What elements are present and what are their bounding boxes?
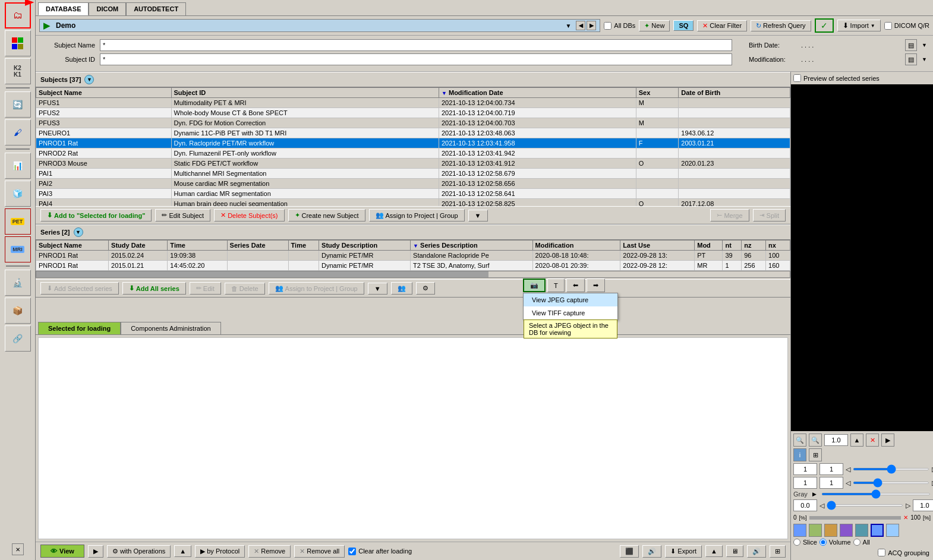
series-edit-btn[interactable]: ✏ Edit (190, 282, 221, 295)
preview-checkbox[interactable] (793, 74, 801, 82)
tab-selected-loading[interactable]: Selected for loading (38, 322, 121, 334)
series-icons-btn[interactable]: 👥 (391, 282, 412, 295)
nav-next[interactable]: ▶ (587, 21, 596, 30)
speaker-icon-btn[interactable]: 🔊 (747, 545, 766, 558)
scol-study-date[interactable]: Study Date (109, 241, 168, 251)
split-btn[interactable]: ⤛ Split (753, 209, 786, 222)
rt-slice-val2[interactable] (819, 463, 843, 475)
rt-slice-val3[interactable] (793, 477, 817, 489)
subjects-table-row[interactable]: PFUS1 Multimodality PET & MRI 2021-10-13… (36, 98, 790, 108)
export-btn[interactable]: ⬇ Export (665, 545, 702, 558)
all-dbs-checkbox[interactable] (604, 22, 612, 30)
birth-date-arrow[interactable]: ▼ (922, 42, 927, 48)
merge-btn[interactable]: ⤚ Merge (710, 209, 749, 222)
rt-right[interactable]: ▶ (881, 434, 894, 447)
import-dropdown-icon[interactable]: ▼ (871, 23, 875, 29)
scol-study-desc[interactable]: Study Description (319, 241, 411, 251)
rt-zoom-out[interactable]: 🔍 (809, 434, 822, 447)
close-button[interactable]: ✕ (12, 543, 24, 555)
sq-button[interactable]: SQ (673, 20, 694, 31)
scol-stime[interactable]: Time (288, 241, 319, 251)
series-table-row[interactable]: PNROD1 Rat 2015.02.24 19:09:38 Dynamic P… (36, 251, 790, 261)
play-icon[interactable]: ▶ (43, 21, 50, 30)
scol-series-desc[interactable]: ▼ Series Description (411, 241, 533, 251)
add-to-loading-btn[interactable]: ⬇ Add to "Selected for loading" (40, 209, 152, 222)
subjects-table-row[interactable]: PFUS3 Dyn. FDG for Motion Correction 202… (36, 118, 790, 128)
rt-slice-val1[interactable] (793, 463, 817, 475)
sidebar-btn-package[interactable]: 📦 (5, 298, 31, 324)
assign-project-subjects-btn[interactable]: 👥 Assign to Project | Group (369, 209, 465, 222)
rt-slider2[interactable] (853, 482, 929, 484)
expand-btn[interactable]: ▶ (88, 545, 103, 558)
delete-subject-btn[interactable]: ✕ Delete Subject(s) (214, 209, 284, 222)
series-assign-dropdown[interactable]: ▼ (368, 283, 387, 295)
edit-subject-btn[interactable]: ✏ Edit Subject (155, 209, 210, 222)
capture-btn[interactable]: 📷 (523, 279, 546, 292)
arrow-up-btn[interactable]: ▲ (174, 545, 191, 557)
series-table-wrapper[interactable]: Subject Name Study Date Time Series Date… (36, 240, 790, 271)
col-dob[interactable]: Date of Birth (679, 88, 790, 98)
export-icon-btn2[interactable]: 🔊 (642, 545, 661, 558)
import-button[interactable]: ⬇ Import ▼ (837, 20, 881, 31)
subjects-table-row[interactable]: PNEURO1 Dynamic 11C-PiB PET with 3D T1 M… (36, 128, 790, 138)
scol-lastuse[interactable]: Last Use (620, 241, 695, 251)
col-subject-id[interactable]: Subject ID (171, 88, 439, 98)
sidebar-btn-tools[interactable] (5, 30, 31, 56)
rt-acq-checkbox[interactable] (878, 549, 885, 556)
db-name-bar[interactable]: ▶ Demo ▼ ◀ ▶ (39, 19, 600, 32)
by-protocol-btn[interactable]: ▶ by Protocol (195, 545, 245, 558)
remove-btn[interactable]: ✕ Remove (248, 545, 291, 558)
arrow-btn[interactable]: ⬅ (566, 279, 585, 292)
refresh-query-button[interactable]: ↻ Refresh Query (751, 20, 811, 31)
sidebar-btn-roi[interactable]: 🔄 (5, 91, 31, 118)
new-button[interactable]: ✦ New (639, 20, 670, 31)
view-button[interactable]: 👁 View (40, 545, 84, 558)
remove-all-btn[interactable]: ✕ Remove all (294, 545, 345, 558)
subjects-table-row[interactable]: PNROD2 Rat Dyn. Flumazenil PET-only work… (36, 148, 790, 159)
rt-all-radio[interactable] (853, 539, 860, 546)
modification-btn[interactable]: ▤ (905, 53, 917, 65)
col-mod-date[interactable]: ▼ Modification Date (439, 88, 636, 98)
rt-color4[interactable] (840, 524, 853, 537)
scol-mod[interactable]: Modification (532, 241, 620, 251)
scol-time[interactable]: Time (168, 241, 227, 251)
with-operations-btn[interactable]: ⚙ with Operations (107, 545, 171, 558)
green-check-button[interactable]: ✓ (815, 18, 834, 33)
monitor-icon-btn[interactable]: 🖥 (726, 545, 743, 557)
rt-color5[interactable] (855, 524, 868, 537)
sidebar-btn-chart[interactable]: 📊 (5, 153, 31, 179)
rt-slice-val4[interactable] (819, 477, 843, 489)
rt-zoom-val[interactable] (824, 434, 848, 446)
add-all-series-btn[interactable]: ⬇ Add All series (122, 282, 186, 295)
col-sex[interactable]: Sex (636, 88, 679, 98)
rt-color2[interactable] (809, 524, 822, 537)
assign-dropdown-btn[interactable]: ▼ (468, 210, 488, 222)
rt-grid[interactable]: ⊞ (809, 448, 822, 461)
subjects-table-row[interactable]: PAI2 Mouse cardiac MR segmentation 2021-… (36, 179, 790, 189)
tab-autodetect[interactable]: AUTODETECT (126, 2, 186, 15)
nav-prev[interactable]: ◀ (576, 21, 585, 30)
series-dropdown[interactable]: ▼ (74, 227, 83, 237)
subject-name-input[interactable] (100, 39, 732, 51)
sidebar-btn-k2k1[interactable]: K2K1 (5, 58, 31, 84)
rt-x[interactable]: ✕ (866, 434, 879, 447)
rt-volume-radio[interactable] (819, 539, 827, 546)
create-subject-btn[interactable]: ✦ Create new Subject (288, 209, 365, 222)
scol-nt[interactable]: nt (723, 241, 742, 251)
tab-dicom[interactable]: DICOM (89, 2, 126, 15)
subjects-table-row[interactable]: PAI4 Human brain deep nuclei segmentatio… (36, 199, 790, 207)
subjects-table-row[interactable]: PNROD3 Mouse Static FDG PET/CT workflow … (36, 159, 790, 169)
sidebar-btn-analysis[interactable]: 🔬 (5, 270, 31, 296)
modification-arrow[interactable]: ▼ (922, 56, 927, 62)
series-scrollbar[interactable] (36, 271, 790, 278)
clear-filter-button[interactable]: ✕ Clear Filter (697, 20, 747, 31)
rt-slider1[interactable] (853, 468, 929, 470)
series-delete-btn[interactable]: 🗑 Delete (225, 283, 265, 295)
view-tiff-item[interactable]: View TIFF capture (524, 306, 617, 319)
series-tool1-btn[interactable]: ⚙ (416, 282, 435, 295)
series-table-row[interactable]: PNROD1 Rat 2015.01.21 14:45:02.20 Dynami… (36, 261, 790, 271)
rt-zoom-in[interactable]: 🔍 (793, 434, 806, 447)
sidebar-btn-paint[interactable]: 🖌 (5, 119, 31, 145)
rt-color1[interactable] (793, 524, 806, 537)
clear-after-loading-checkbox[interactable] (348, 548, 356, 555)
